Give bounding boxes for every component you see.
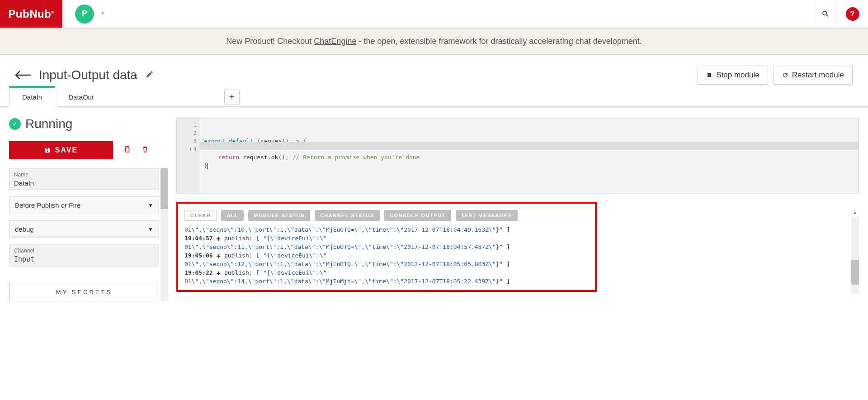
stop-label: Stop module xyxy=(716,71,759,80)
restart-label: Restart module xyxy=(792,71,844,80)
line-gutter: 1 2 3 i4 xyxy=(177,117,199,193)
console-line: 01\",\"seqno\":11,\"port\":1,\"data\":\"… xyxy=(184,243,589,251)
svg-rect-0 xyxy=(708,73,711,77)
console-output-button[interactable]: CONSOLE OUTPUT xyxy=(384,210,451,221)
code-editor[interactable]: 1 2 3 i4 export default (request) => { r… xyxy=(176,117,859,194)
console-test-messages-button[interactable]: TEST MESSAGES xyxy=(456,210,518,221)
console-module-status-button[interactable]: MODULE STATUS xyxy=(248,210,310,221)
save-label: SAVE xyxy=(55,146,78,154)
console-scrollbar-thumb[interactable] xyxy=(851,260,859,285)
console-line: 01\",\"seqno\":12,\"port\":1,\"data\":\"… xyxy=(184,260,589,268)
page-title: Input-Output data xyxy=(39,68,137,82)
console-channel-status-button[interactable]: CHANNEL STATUS xyxy=(315,210,380,221)
status-text: Running xyxy=(25,117,72,131)
avatar: P xyxy=(75,5,94,24)
name-field[interactable]: Name DataIn xyxy=(9,168,159,190)
chevron-down-icon: ▼ xyxy=(148,226,153,233)
search-button[interactable] xyxy=(814,0,836,28)
console-line: 01\",\"seqno\":14,\"port\":1,\"data\":\"… xyxy=(184,277,589,286)
chevron-down-icon xyxy=(99,10,106,18)
search-icon xyxy=(821,10,830,18)
stop-icon xyxy=(706,72,712,78)
form-scrollbar[interactable] xyxy=(160,168,168,301)
back-arrow-icon[interactable] xyxy=(15,68,31,82)
help-button[interactable]: ? xyxy=(836,0,868,28)
title-row: Input-Output data Stop module Restart mo… xyxy=(0,55,868,87)
status-check-icon: ✓ xyxy=(9,118,21,130)
right-panel: 1 2 3 i4 export default (request) => { r… xyxy=(176,117,859,301)
save-icon xyxy=(44,147,51,153)
help-icon: ? xyxy=(846,7,859,21)
copy-icon[interactable] xyxy=(123,145,131,156)
notice-prefix: New Product! Checkout xyxy=(226,37,314,46)
chevron-down-icon: ▼ xyxy=(148,202,153,209)
console-tabs: CLEAR ALL MODULE STATUS CHANNEL STATUS C… xyxy=(184,210,589,221)
status-row: ✓ Running xyxy=(9,117,168,131)
name-label: Name xyxy=(14,171,154,178)
topbar: PubNub® P ? xyxy=(0,0,868,28)
restart-module-button[interactable]: Restart module xyxy=(774,66,853,85)
console-clear-button[interactable]: CLEAR xyxy=(184,210,217,221)
brand-text: PubNub xyxy=(8,8,51,20)
channel-value: Input xyxy=(14,255,154,263)
left-panel: ✓ Running SAVE Name DataIn Before Publis… xyxy=(9,117,168,301)
console-line: 19:05:22 ✚ publish: [ "{\"deviceEui\":\" xyxy=(184,268,589,277)
console-output[interactable]: 01\",\"seqno\":10,\"port\":1,\"data\":\"… xyxy=(184,225,589,286)
brand-logo[interactable]: PubNub® xyxy=(0,0,62,28)
name-value: DataIn xyxy=(14,179,154,187)
console-scrollbar-track[interactable]: ▲ xyxy=(851,217,859,294)
stop-module-button[interactable]: Stop module xyxy=(698,66,768,85)
notice-suffix: - the open, extensible framework for dra… xyxy=(356,37,642,46)
channel-label: Channel xyxy=(14,248,154,254)
tab-datain[interactable]: DataIn xyxy=(9,87,55,107)
tabs-row: DataIn DataOut + xyxy=(0,87,868,107)
console-line: 01\",\"seqno\":10,\"port\":1,\"data\":\"… xyxy=(184,225,589,234)
debug-select-value: debug xyxy=(15,225,34,233)
debug-select[interactable]: debug ▼ xyxy=(9,220,159,238)
scroll-up-icon[interactable]: ▲ xyxy=(853,210,857,215)
tab-dataout[interactable]: DataOut xyxy=(55,87,107,106)
save-button[interactable]: SAVE xyxy=(9,141,113,159)
edit-title-icon[interactable] xyxy=(146,70,154,81)
my-secrets-button[interactable]: MY SECRETS xyxy=(9,283,159,301)
console-all-button[interactable]: ALL xyxy=(221,210,244,221)
main-content: ✓ Running SAVE Name DataIn Before Publis… xyxy=(0,107,868,310)
notice-link[interactable]: ChatEngine xyxy=(314,37,356,46)
account-dropdown[interactable]: P xyxy=(62,0,118,28)
console-line: 19:04:57 ✚ publish: [ "{\"deviceEui\":\" xyxy=(184,234,589,243)
channel-field[interactable]: Channel Input xyxy=(9,244,159,267)
notice-banner: New Product! Checkout ChatEngine - the o… xyxy=(0,28,868,55)
code-body[interactable]: export default (request) => { return req… xyxy=(199,117,859,193)
form-area: Name DataIn Before Publish or Fire ▼ deb… xyxy=(9,168,168,301)
event-select[interactable]: Before Publish or Fire ▼ xyxy=(9,196,159,214)
console-panel: CLEAR ALL MODULE STATUS CHANNEL STATUS C… xyxy=(176,202,597,292)
restart-icon xyxy=(782,72,788,78)
event-select-value: Before Publish or Fire xyxy=(15,201,80,209)
delete-icon[interactable] xyxy=(141,145,149,156)
console-line: 19:05:06 ✚ publish: [ "{\"deviceEui\":\" xyxy=(184,251,589,260)
add-tab-button[interactable]: + xyxy=(224,90,240,105)
